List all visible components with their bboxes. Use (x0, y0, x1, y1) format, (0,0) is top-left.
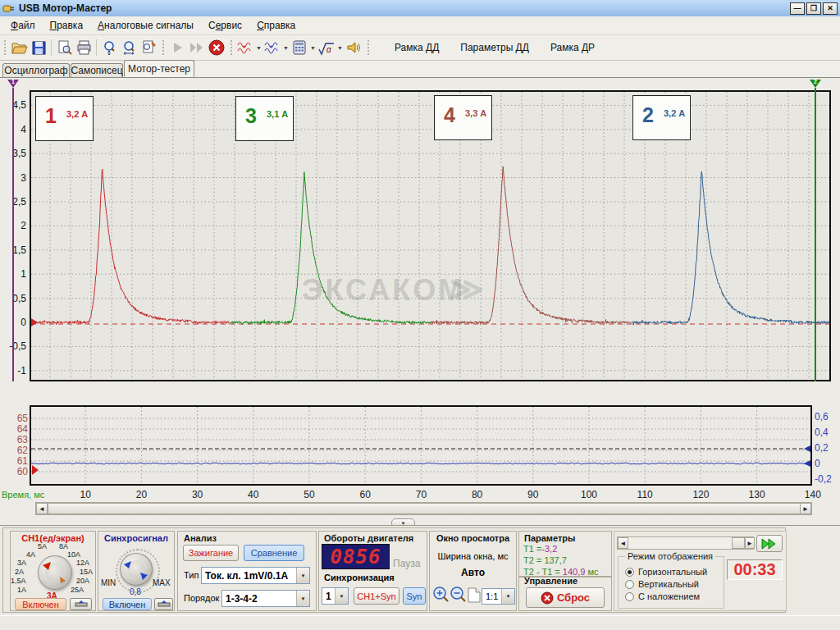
p2-left-tick-2: 63 (10, 434, 28, 445)
dropdown-arrow[interactable]: ▼ (309, 45, 317, 51)
menu-item-2[interactable]: Аналоговые сигналы (90, 17, 201, 34)
radio-0[interactable]: Горизонтальный (625, 567, 707, 577)
sqrt-icon[interactable]: α (317, 38, 336, 57)
p2-right-tick-0: 0,6 (815, 411, 839, 422)
tab-1[interactable]: Самописец (71, 63, 123, 77)
signal-red-icon[interactable]: * (235, 38, 255, 57)
cursor-1-number: 1 (7, 79, 19, 84)
syncro-title: Синхронизация (324, 573, 395, 582)
radio-1[interactable]: Вертикальный (625, 579, 699, 589)
type-combo[interactable]: Ток. кл. 1mV/0.1A▼ (201, 567, 310, 584)
main-oscillogram-plot[interactable] (30, 90, 831, 381)
frame-dd-button[interactable]: Рамка ДД (384, 42, 450, 53)
menu-item-4[interactable]: Справка (249, 17, 303, 34)
display-mode-group: Режим отображения ГоризонтальныйВертикал… (618, 556, 724, 609)
dropdown-arrow[interactable]: ▼ (255, 45, 262, 51)
radio-circle-2[interactable] (625, 592, 634, 601)
print-preview-icon[interactable] (54, 38, 74, 57)
menu-item-1[interactable]: Правка (43, 17, 91, 34)
fast-forward-icon[interactable] (187, 38, 207, 57)
print-icon[interactable] (74, 38, 94, 57)
x-tick-13: 140 (801, 489, 824, 500)
record-scroll-left[interactable]: ◄ (618, 537, 628, 549)
dropdown-arrow[interactable]: ▼ (282, 45, 290, 51)
title-bar[interactable]: USB Мотор-Мастер — ❐ ✕ (0, 0, 840, 16)
max-label: MAX (153, 578, 171, 587)
tab-0[interactable]: Осциллограф (2, 63, 70, 77)
close-button[interactable]: ✕ (823, 2, 838, 15)
record-scroll-thumb[interactable] (732, 537, 745, 549)
ignition-button[interactable]: Зажигание (183, 545, 239, 561)
radio-2[interactable]: С наложением (625, 591, 700, 601)
ch1-knob-pointer (38, 555, 72, 590)
svg-text:*: * (243, 43, 246, 52)
cursor-2-line[interactable] (815, 88, 816, 381)
secondary-plot[interactable] (30, 405, 812, 486)
radio-circle-0[interactable] (625, 568, 634, 577)
dial-value-1,5А: 1,5А (11, 577, 26, 585)
compare-button[interactable]: Сравнение (244, 545, 304, 561)
sync-settings-button[interactable] (154, 598, 173, 610)
params-dd-button[interactable]: Параметры ДД (450, 42, 540, 53)
reset-icon (541, 591, 554, 605)
page-zoom-icon[interactable] (139, 38, 158, 57)
y-tick-0: 4,5 (2, 99, 26, 111)
syn-button[interactable]: Syn (403, 587, 426, 605)
type-combo-arrow[interactable]: ▼ (296, 568, 309, 583)
time-scrollbar[interactable]: ◄ ► (35, 502, 812, 515)
y-tick-7: 1 (2, 268, 26, 280)
dropdown-arrow[interactable]: ▼ (336, 45, 344, 51)
sync-knob-pointer (120, 553, 153, 586)
ch1-power-button[interactable]: Включен (15, 598, 66, 610)
calculator-icon[interactable] (290, 38, 309, 57)
cursor-1-line[interactable] (12, 88, 14, 381)
view-window-title: Окно просмотра (430, 533, 516, 543)
min-label: MIN (101, 578, 116, 587)
open-file-icon[interactable] (9, 38, 29, 57)
stop-icon[interactable] (207, 38, 226, 57)
menu-item-3[interactable]: Сервис (201, 17, 249, 34)
y-tick-9: 0 (2, 317, 26, 328)
dial-value-5А: 5А (38, 542, 47, 550)
scale-combo-arrow[interactable]: ▼ (501, 589, 514, 604)
scale-combo[interactable]: 1:1▼ (482, 588, 515, 605)
reset-button[interactable]: Сброс (526, 587, 605, 608)
order-combo[interactable]: 1-3-4-2▼ (221, 590, 310, 607)
zoom-vertical-icon[interactable] (99, 38, 119, 57)
signal-blue-icon[interactable]: * (262, 38, 282, 57)
frame-dr-button[interactable]: Рамка ДР (540, 42, 605, 53)
sync-channel-combo[interactable]: 1▼ (322, 587, 349, 605)
dial-value-8А: 8А (59, 542, 68, 550)
toolbar-grip (2, 39, 7, 57)
maximize-button[interactable]: ❐ (806, 2, 821, 15)
ch1-syn-button[interactable]: CH1+Syn (354, 587, 399, 605)
sync-channel-arrow[interactable]: ▼ (335, 588, 348, 604)
record-scroll-right[interactable]: ► (745, 537, 755, 549)
channel-current: 3,1 А (267, 109, 288, 119)
sync-power-button[interactable]: Включен (103, 598, 152, 610)
speaker-icon[interactable] (344, 38, 363, 57)
ch1-settings-button[interactable] (70, 598, 92, 610)
y-tick-4: 2,5 (2, 196, 26, 208)
save-icon[interactable] (29, 38, 48, 57)
record-scrollbar[interactable]: ◄ ► (617, 536, 754, 550)
zoom-in-button[interactable] (432, 586, 450, 607)
menu-item-0[interactable]: Файл (3, 17, 43, 34)
toolbar-grip (229, 39, 233, 57)
scroll-left-button[interactable]: ◄ (36, 503, 48, 514)
channel-number: 4 (444, 103, 455, 127)
play-icon[interactable] (167, 38, 187, 57)
minimize-button[interactable]: — (790, 2, 805, 15)
dial-value-10А: 10А (67, 550, 80, 559)
tab-2[interactable]: Мотор-тестер (124, 60, 194, 77)
zoom-horizontal-icon[interactable] (119, 38, 139, 57)
scroll-right-button[interactable]: ► (800, 503, 811, 514)
channel-box-2: 23,2 А (632, 95, 691, 140)
scroll-thumb[interactable] (48, 503, 801, 514)
page-view-button[interactable] (468, 587, 481, 605)
order-combo-arrow[interactable]: ▼ (296, 591, 309, 606)
radio-circle-1[interactable] (625, 580, 634, 589)
zoom-out-button[interactable] (450, 586, 467, 607)
param-line-0: T1 =-3,2 (523, 544, 557, 554)
play-fast-button[interactable] (756, 535, 783, 552)
